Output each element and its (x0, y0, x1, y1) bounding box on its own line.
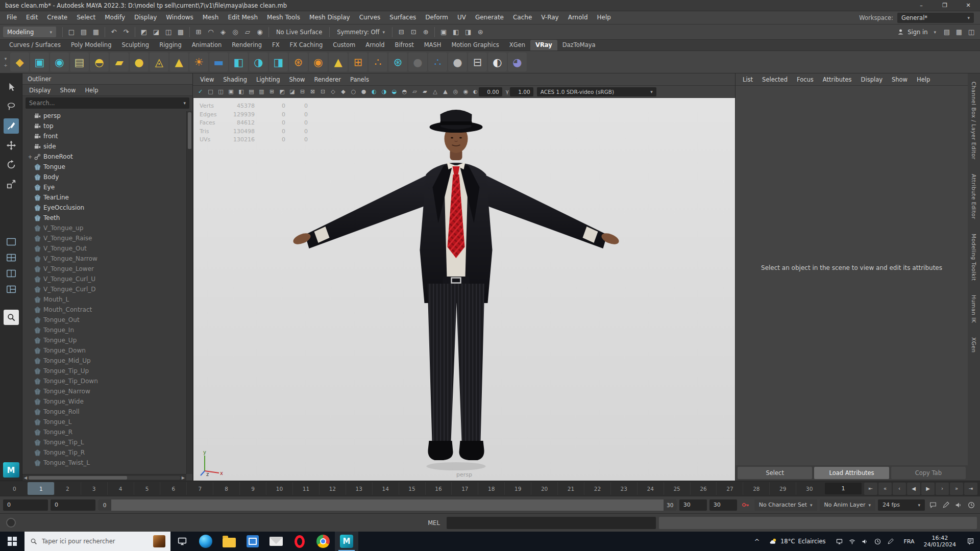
vray-sky-icon[interactable]: ▬ (209, 53, 228, 71)
select-button[interactable]: Select (738, 467, 812, 479)
panel-tab-human-ik[interactable]: Human IK (971, 295, 977, 323)
vray-sun-light-icon[interactable]: ☀ (189, 53, 208, 71)
outliner-item-v-tongue-curl-d[interactable]: V_Tongue_Curl_D (22, 284, 192, 294)
timeline-frame-3[interactable]: 3 (81, 482, 107, 495)
tray-pen-icon[interactable] (885, 536, 896, 547)
minimize-button[interactable]: – (910, 0, 933, 11)
menu-windows[interactable]: Windows (161, 11, 198, 24)
vray-dome-light-icon[interactable]: ◓ (90, 53, 109, 71)
outliner-item-tongue-down[interactable]: Tongue_Down (22, 345, 192, 356)
vray-car-paint-mtl-icon[interactable]: ● (448, 53, 467, 71)
snap-to-curve-icon[interactable]: ◠ (205, 27, 216, 38)
view-transform-dropdown[interactable]: ACES 1.0 SDR-video (sRGB) ▾ (537, 87, 656, 96)
timeline-frame-24[interactable]: 24 (637, 482, 664, 495)
viewport-menu-lighting[interactable]: Lighting (252, 76, 284, 83)
menu-edit[interactable]: Edit (21, 11, 42, 24)
menu-arnold[interactable]: Arnold (564, 11, 593, 24)
make-live-icon[interactable]: ◉ (254, 27, 265, 38)
timeline-frame-26[interactable]: 26 (690, 482, 717, 495)
vray-proxy-import-icon[interactable]: ◉ (50, 53, 69, 71)
construction-history-icon[interactable]: ⊕ (420, 27, 431, 38)
timeline-frame-10[interactable]: 10 (266, 482, 292, 495)
layout-single-pane[interactable] (5, 236, 18, 248)
timeline-frame-9[interactable]: 9 (239, 482, 266, 495)
timeline-frame-1[interactable]: 1 (28, 482, 54, 495)
expand-toggle-icon[interactable]: + (27, 154, 34, 160)
menu-curves[interactable]: Curves (355, 11, 385, 24)
timeline-frame-8[interactable]: 8 (213, 482, 239, 495)
symmetry-dropdown[interactable]: Symmetry: Off ▾ (333, 29, 389, 36)
input-connections-icon[interactable]: ⊟ (396, 27, 407, 38)
tray-volume-icon[interactable] (860, 536, 871, 547)
timeline-frame-15[interactable]: 15 (399, 482, 425, 495)
shelf-tab-bifrost[interactable]: Bifrost (390, 40, 419, 51)
field-chart-icon[interactable]: ⊠ (308, 87, 317, 96)
snap-to-view-plane-icon[interactable]: ▱ (242, 27, 253, 38)
shelf-tab-rigging[interactable]: Rigging (154, 40, 187, 51)
paint-select-tool[interactable] (4, 118, 19, 134)
current-frame-field[interactable]: 1 (825, 483, 862, 494)
menu-surfaces[interactable]: Surfaces (385, 11, 421, 24)
lock-camera-icon[interactable]: ◫ (216, 87, 226, 96)
outliner-item-tongue-l[interactable]: Tongue_L (22, 417, 192, 427)
playblast-icon[interactable] (940, 499, 951, 511)
command-line-toggle-icon[interactable] (6, 518, 16, 528)
move-tool[interactable] (4, 138, 19, 153)
new-scene-icon[interactable]: □ (66, 27, 77, 38)
snap-to-point-icon[interactable]: ◈ (217, 27, 229, 38)
isolate-select-icon[interactable]: ◎ (451, 87, 460, 96)
viewport-menu-panels[interactable]: Panels (346, 76, 374, 83)
vray-displacement-icon[interactable]: ◉ (309, 53, 328, 71)
outliner-item-tongue-up[interactable]: Tongue_Up (22, 335, 192, 345)
render-settings-icon[interactable]: ⊛ (475, 27, 486, 38)
task-view-button[interactable] (170, 532, 194, 551)
panel-tab-channel-box-layer-editor[interactable]: Channel Box / Layer Editor (971, 82, 977, 160)
scrollbar-thumb[interactable] (29, 476, 127, 480)
tray-wifi-icon[interactable] (847, 536, 858, 547)
character-set-dropdown[interactable]: No Character Set ▾ (754, 499, 817, 511)
shelf-tab-animation[interactable]: Animation (187, 40, 227, 51)
timeline-frame-13[interactable]: 13 (346, 482, 372, 495)
snap-to-projected-center-icon[interactable]: ◎ (230, 27, 241, 38)
outliner-item-v-tongue-lower[interactable]: V_Tongue_Lower (22, 264, 192, 274)
redo-icon[interactable]: ↷ (120, 27, 132, 38)
timeline-frame-0[interactable]: 0 (2, 482, 28, 495)
weather-widget[interactable]: 18°C Eclaircies (764, 532, 831, 551)
attribute-editor-menu-focus[interactable]: Focus (792, 76, 818, 83)
vray-blend-mtl-icon[interactable]: ∴ (428, 53, 447, 71)
highlight-selection-icon[interactable]: ▩ (175, 27, 186, 38)
shelf-tab-curves-surfaces[interactable]: Curves / Surfaces (4, 40, 66, 51)
outliner-item-top[interactable]: top (22, 121, 192, 131)
vray-mesh-light-icon[interactable]: ▲ (169, 53, 188, 71)
outliner-item-tongue-in[interactable]: Tongue_In (22, 325, 192, 335)
timeline-frame-4[interactable]: 4 (107, 482, 134, 495)
motion-blur-icon[interactable]: ▰ (420, 87, 430, 96)
image-plane-icon[interactable]: ▤ (247, 87, 256, 96)
viewport-menu-renderer[interactable]: Renderer (310, 76, 346, 83)
vray-ies-light-icon[interactable]: ◬ (150, 53, 168, 71)
timeline-frame-22[interactable]: 22 (584, 482, 610, 495)
shelf-edit-icon[interactable]: + (4, 63, 8, 68)
timeline-frame-11[interactable]: 11 (292, 482, 319, 495)
edge-app[interactable] (194, 532, 217, 551)
step-back-frame-button[interactable]: ‹ (893, 483, 906, 495)
plugin-shading-icon[interactable]: ◉ (461, 87, 471, 96)
save-scene-icon[interactable]: ▦ (90, 27, 102, 38)
outliner-item-v-tongue-curl-u[interactable]: V_Tongue_Curl_U (22, 274, 192, 284)
menu-mesh-display[interactable]: Mesh Display (305, 11, 355, 24)
timeline-frame-2[interactable]: 2 (54, 482, 81, 495)
safe-action-icon[interactable]: ⊡ (318, 87, 328, 96)
gamma-field[interactable]: 1.00 (510, 87, 533, 96)
command-result-field[interactable] (659, 517, 977, 529)
scrollbar-thumb[interactable] (188, 112, 191, 149)
outliner-item-eye[interactable]: Eye (22, 182, 192, 192)
search-highlight-thumbnail[interactable] (153, 535, 165, 547)
scroll-right-icon[interactable]: ▶ (182, 475, 185, 480)
lasso-tool[interactable] (4, 99, 19, 114)
vray-clipper-icon[interactable]: ◨ (269, 53, 288, 71)
panel-tab-attribute-editor[interactable]: Attribute Editor (971, 174, 977, 219)
maya-app[interactable]: M (335, 532, 358, 551)
vray-fur-icon[interactable]: ⊛ (289, 53, 308, 71)
xray-icon[interactable]: ○ (349, 87, 358, 96)
shelf-tab-fx[interactable]: FX (267, 40, 285, 51)
